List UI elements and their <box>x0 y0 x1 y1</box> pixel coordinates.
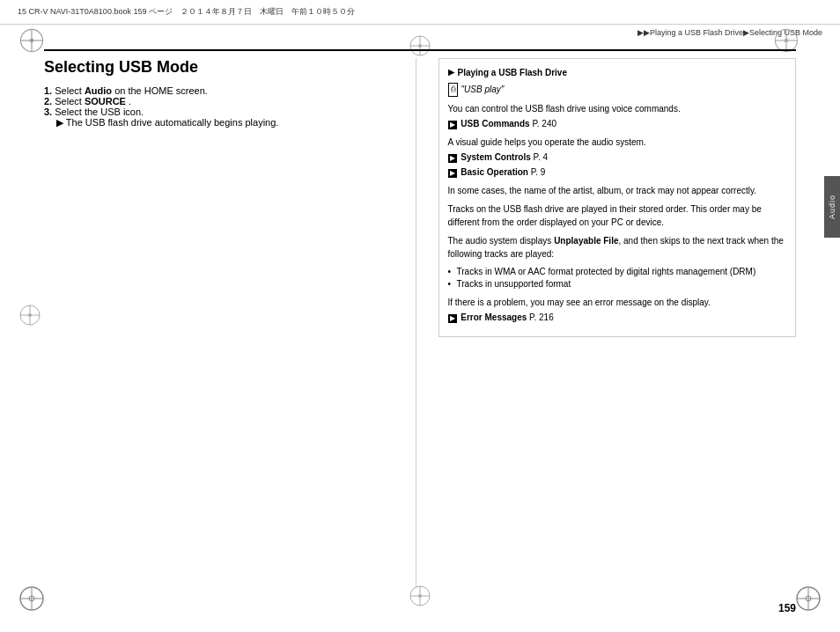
note-header: ▶ Playing a USB Flash Drive <box>448 66 787 79</box>
step-arrow: ▶ The USB flash drive automatically begi… <box>56 117 402 129</box>
svg-point-27 <box>28 313 32 317</box>
usb-play-line: ⎙ "USB play" <box>448 83 787 97</box>
step-1: 1. Select Audio on the HOME screen. <box>44 85 402 96</box>
svg-point-11 <box>418 44 422 48</box>
audio-tab-label: Audio <box>828 195 836 219</box>
step-2-bold: SOURCE <box>85 96 126 107</box>
usb-icon: ⎙ <box>448 83 458 97</box>
system-controls-label: System Controls <box>461 152 530 162</box>
svg-point-3 <box>30 39 34 43</box>
voice-commands-para: You can control the USB flash drive usin… <box>448 102 787 115</box>
ref-icon-4: ▶ <box>448 314 457 323</box>
bullet-item-1: Tracks in WMA or AAC format protected by… <box>448 266 787 278</box>
unplayable-file-para: The audio system displays Unplayable Fil… <box>448 234 787 261</box>
step-arrow-icon: ▶ <box>56 117 63 128</box>
step-2: 2. Select SOURCE . <box>44 96 402 107</box>
step-1-text-before: Select <box>55 85 85 96</box>
ref-icon-3: ▶ <box>448 169 457 178</box>
left-column: Selecting USB Mode 1. Select Audio on th… <box>44 58 416 588</box>
artist-name-para: In some cases, the name of the artist, a… <box>448 184 787 197</box>
step-2-number: 2. <box>44 96 52 107</box>
page-title: Selecting USB Mode <box>44 58 402 77</box>
step-3-text: Select the USB icon. <box>55 107 144 117</box>
note-box: ▶ Playing a USB Flash Drive ⎙ "USB play"… <box>438 58 797 337</box>
corner-decoration-tl <box>18 26 46 55</box>
visual-guide-para: A visual guide helps you operate the aud… <box>448 136 787 149</box>
top-divider <box>44 49 796 51</box>
usb-commands-label: USB Commands <box>461 119 529 129</box>
system-controls-ref: ▶ System Controls P. 4 <box>448 151 787 164</box>
columns: Selecting USB Mode 1. Select Audio on th… <box>44 58 796 588</box>
corner-decoration-br <box>794 584 822 614</box>
usb-play-label: "USB play" <box>461 83 505 96</box>
unplayable-bold: Unplayable File <box>554 236 618 246</box>
header-bar: 15 CR-V NAVI-31T0A8100.book 159 ページ ２０１４… <box>0 0 840 25</box>
svg-point-7 <box>785 39 789 43</box>
bullet-list: Tracks in WMA or AAC format protected by… <box>448 266 787 290</box>
step-1-bold: Audio <box>85 85 112 96</box>
step-arrow-text: The USB flash drive automatically begins… <box>66 117 279 128</box>
error-messages-ref: ▶ Error Messages P. 216 <box>448 311 787 324</box>
left-center-decoration <box>18 303 42 329</box>
basic-operation-page: P. 9 <box>531 167 546 177</box>
ref-icon-1: ▶ <box>448 121 457 129</box>
usb-commands-ref: ▶ USB Commands P. 240 <box>448 117 787 130</box>
corner-decoration-bl <box>18 584 46 614</box>
error-messages-label: Error Messages <box>461 312 527 322</box>
error-messages-page: P. 216 <box>529 312 554 322</box>
page-container: 15 CR-V NAVI-31T0A8100.book 159 ページ ２０１４… <box>0 0 840 632</box>
step-2-text: Select <box>55 96 85 107</box>
main-content: Selecting USB Mode 1. Select Audio on th… <box>44 49 796 588</box>
note-header-arrow: ▶ <box>448 67 454 79</box>
file-info: 15 CR-V NAVI-31T0A8100.book 159 ページ ２０１４… <box>18 6 355 18</box>
step-3-number: 3. <box>44 107 52 117</box>
ref-icon-2: ▶ <box>448 154 457 163</box>
page-number: 159 <box>778 602 796 614</box>
basic-operation-ref: ▶ Basic Operation P. 9 <box>448 165 787 179</box>
system-controls-page: P. 4 <box>534 152 549 162</box>
step-3: 3. Select the USB icon. <box>44 107 402 117</box>
stored-order-para: Tracks on the USB flash drive are played… <box>448 202 787 229</box>
bottom-center-decoration <box>408 584 432 610</box>
step-2-dot: . <box>129 96 131 107</box>
step-1-number: 1. <box>44 85 52 96</box>
steps: 1. Select Audio on the HOME screen. 2. S… <box>44 85 402 129</box>
step-1-text-after: on the HOME screen. <box>114 85 208 96</box>
audio-tab: Audio <box>824 176 840 238</box>
bullet-item-2: Tracks in unsupported format <box>448 278 787 290</box>
note-header-text: Playing a USB Flash Drive <box>458 66 568 79</box>
svg-point-23 <box>418 594 422 598</box>
right-column: ▶ Playing a USB Flash Drive ⎙ "USB play"… <box>434 58 797 588</box>
error-message-para: If there is a problem, you may see an er… <box>448 296 787 309</box>
basic-operation-label: Basic Operation <box>461 167 528 177</box>
usb-commands-page: P. 240 <box>532 119 556 129</box>
